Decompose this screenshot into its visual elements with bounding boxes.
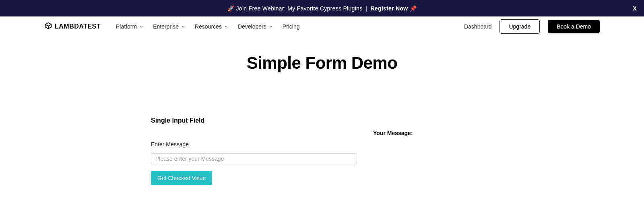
- logo[interactable]: LAMBDATEST: [44, 22, 101, 31]
- logo-icon: [44, 22, 52, 31]
- chevron-down-icon: [224, 23, 228, 30]
- main-content: Single Input Field Enter Message Get Che…: [0, 117, 644, 185]
- nav-label: Pricing: [283, 23, 300, 30]
- main-header: LAMBDATEST Platform Enterprise Resources…: [0, 16, 644, 37]
- chevron-down-icon: [181, 23, 185, 30]
- page-title: Simple Form Demo: [0, 53, 644, 73]
- section-heading: Single Input Field: [151, 117, 357, 124]
- nav-label: Resources: [195, 23, 222, 30]
- promo-banner: 🚀 Join Free Webinar: My Favorite Cypress…: [0, 0, 644, 16]
- chevron-down-icon: [269, 23, 273, 30]
- banner-divider: |: [365, 5, 367, 12]
- dashboard-link[interactable]: Dashboard: [464, 23, 492, 30]
- nav-label: Platform: [116, 23, 137, 30]
- your-message-label: Your Message:: [373, 130, 600, 136]
- chevron-down-icon: [139, 23, 143, 30]
- form-section: Single Input Field Enter Message Get Che…: [151, 117, 357, 185]
- output-section: Your Message:: [373, 117, 600, 185]
- main-nav: Platform Enterprise Resources Developers…: [116, 23, 299, 30]
- get-checked-value-button[interactable]: Get Checked Value: [151, 171, 212, 185]
- nav-platform[interactable]: Platform: [116, 23, 143, 30]
- book-demo-button[interactable]: Book a Demo: [548, 20, 600, 33]
- nav-enterprise[interactable]: Enterprise: [153, 23, 185, 30]
- nav-label: Enterprise: [153, 23, 179, 30]
- register-now-link[interactable]: Register Now: [370, 5, 408, 12]
- close-banner-button[interactable]: X: [633, 5, 637, 12]
- nav-developers[interactable]: Developers: [238, 23, 273, 30]
- message-input[interactable]: [151, 153, 357, 164]
- rocket-icon: 🚀: [227, 5, 234, 12]
- message-field-label: Enter Message: [151, 141, 357, 148]
- banner-text: Join Free Webinar: My Favorite Cypress P…: [236, 5, 363, 12]
- nav-resources[interactable]: Resources: [195, 23, 228, 30]
- header-actions: Dashboard Upgrade Book a Demo: [464, 19, 600, 34]
- pin-icon: 📌: [410, 5, 417, 12]
- nav-label: Developers: [238, 23, 266, 30]
- logo-text: LAMBDATEST: [55, 23, 101, 30]
- upgrade-button[interactable]: Upgrade: [500, 19, 540, 34]
- nav-pricing[interactable]: Pricing: [283, 23, 300, 30]
